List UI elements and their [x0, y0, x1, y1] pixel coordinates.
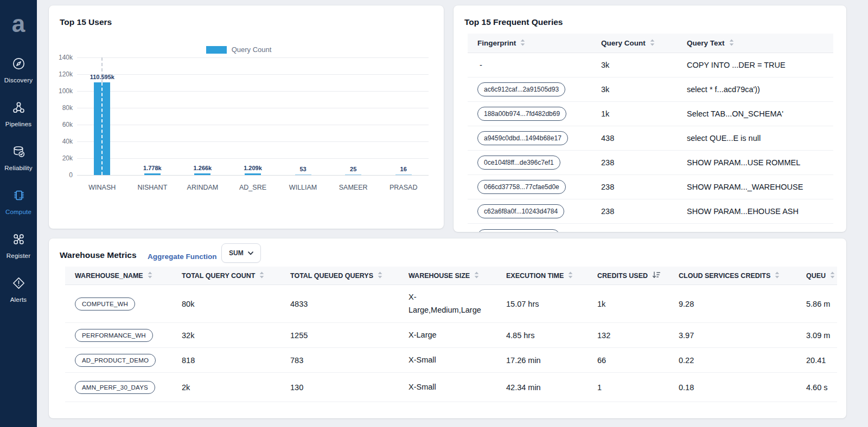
- queries-table: FingerprintQuery CountQuery Text -3kCOPY…: [468, 34, 833, 232]
- column-header[interactable]: Query Text: [677, 39, 833, 48]
- column-header[interactable]: TOTAL QUEUED QUERYS: [280, 271, 399, 280]
- sort-icon: [378, 271, 382, 280]
- query-count-bar-chart: 140k120k100k80k60k40k20k0110.595kWINASH1…: [49, 5, 444, 229]
- warehouse-name-pill[interactable]: COMPUTE_WH: [75, 297, 135, 310]
- grid-line: [77, 175, 429, 176]
- table-row: AD_PRODUCT_DEMO818783X-Small17.26 min660…: [65, 348, 837, 373]
- sidebar-item-label: Compute: [5, 209, 31, 215]
- column-header[interactable]: QUEU: [796, 271, 837, 280]
- warehouse-size-cell: X-Large: [399, 329, 496, 341]
- chevron-down-icon: [248, 249, 253, 257]
- x-axis-tick: SAMEER: [328, 184, 378, 191]
- cloud-services-credits-cell: 3.97: [669, 331, 796, 340]
- sort-icon: [520, 39, 525, 48]
- fingerprint-pill[interactable]: c62a6f8a0f...10243d4784: [477, 204, 564, 218]
- bar-value-label: 110.595k: [78, 74, 126, 80]
- column-header[interactable]: Fingerprint: [468, 39, 591, 48]
- sidebar-item-compute[interactable]: Compute: [0, 179, 37, 223]
- y-axis-tick: 20k: [49, 154, 73, 162]
- pipelines-icon: [11, 100, 26, 117]
- query-count-cell: 438: [591, 134, 677, 143]
- column-header-label: Query Text: [687, 39, 725, 47]
- queued-cell: 3.09 m: [796, 331, 837, 340]
- queries-card-title: Top 15 Frequent Queries: [464, 17, 563, 27]
- grid-line: [77, 57, 429, 58]
- fingerprint-pill[interactable]: 066cd37758...77cfae5d0e: [477, 180, 566, 194]
- sidebar: a Discovery Pipelines R: [0, 0, 37, 427]
- compass-icon: [11, 56, 26, 73]
- cloud-services-credits-cell: 9.28: [669, 300, 796, 308]
- warehouse-size-cell: X-Small: [399, 354, 496, 366]
- credits-used-cell: 132: [588, 331, 669, 340]
- x-axis-tick: WINASH: [77, 184, 127, 191]
- x-axis-tick: AD_SRE: [228, 184, 278, 191]
- fingerprint-empty: -: [477, 61, 482, 69]
- bar-value-label: 1.778k: [128, 165, 177, 171]
- credits-used-cell: 1: [588, 383, 669, 392]
- app-logo[interactable]: a: [0, 0, 37, 48]
- sort-icon: [830, 271, 835, 280]
- chip-icon: [11, 188, 26, 205]
- column-header-label: WAREHOUSE SIZE: [409, 272, 470, 280]
- fingerprint-pill[interactable]: 188a00b974...7fd482db69: [477, 107, 566, 121]
- sidebar-item-pipelines[interactable]: Pipelines: [0, 92, 37, 135]
- frequent-queries-card: Top 15 Frequent Queries FingerprintQuery…: [454, 5, 846, 232]
- credits-used-cell: 66: [588, 356, 669, 365]
- fingerprint-cell: -: [468, 61, 591, 69]
- total-query-count-cell: 2k: [172, 383, 280, 392]
- column-header-label: TOTAL QUERY COUNT: [182, 272, 255, 280]
- fingerprint-cell: [468, 224, 591, 232]
- fingerprint-pill[interactable]: a9459c0dbd...1494b68e17: [477, 131, 568, 145]
- y-axis-tick: 100k: [49, 87, 73, 95]
- fingerprint-cell: 066cd37758...77cfae5d0e: [468, 180, 591, 194]
- table-row: 0ce104f8ff...de396c7ef1238SHOW PARAM...U…: [468, 151, 833, 175]
- sidebar-item-reliability[interactable]: Reliability: [0, 135, 37, 179]
- column-header-label: WAREHOUSE_NAME: [75, 272, 143, 280]
- sidebar-item-register[interactable]: Register: [0, 223, 37, 267]
- chart-bar-sameer[interactable]: [345, 174, 361, 175]
- sort-icon: [474, 271, 479, 280]
- column-header-label: Fingerprint: [477, 39, 516, 47]
- query-text-cell: SHOW PARAM..._WAREHOUSE: [677, 183, 833, 191]
- warehouse-table-header: WAREHOUSE_NAMETOTAL QUERY COUNTTOTAL QUE…: [65, 267, 837, 285]
- warehouse-name-pill[interactable]: AMN_PERF_30_DAYS: [75, 381, 155, 394]
- query-text-cell: SHOW PARAM...EHOUSE ASH: [677, 207, 833, 216]
- fingerprint-pill[interactable]: [477, 229, 560, 232]
- column-header[interactable]: WAREHOUSE SIZE: [399, 271, 496, 280]
- aggregate-function-dropdown[interactable]: SUM: [221, 243, 261, 263]
- y-axis-tick: 0: [49, 171, 73, 179]
- sidebar-item-label: Register: [7, 253, 30, 259]
- column-header[interactable]: WAREHOUSE_NAME: [65, 271, 172, 280]
- warehouse-name-pill[interactable]: AD_PRODUCT_DEMO: [75, 354, 156, 367]
- sidebar-item-discovery[interactable]: Discovery: [0, 48, 37, 92]
- table-row-partial: [468, 224, 833, 232]
- warehouse-name-cell: PERFORMANCE_WH: [65, 329, 172, 342]
- column-header[interactable]: TOTAL QUERY COUNT: [172, 271, 280, 280]
- register-nodes-icon: [11, 232, 26, 249]
- column-header[interactable]: Query Count: [591, 39, 677, 48]
- warehouse-name-pill[interactable]: PERFORMANCE_WH: [75, 329, 153, 342]
- chart-bar-ad_sre[interactable]: [245, 173, 261, 175]
- table-row: -3kCOPY INTO ...DER = TRUE: [468, 53, 833, 77]
- sidebar-item-label: Reliability: [4, 165, 32, 171]
- chart-bar-william[interactable]: [295, 174, 311, 175]
- chart-bar-arindam[interactable]: [194, 173, 210, 175]
- column-header[interactable]: CLOUD SERVICES CREDITS: [669, 271, 796, 280]
- column-header[interactable]: EXECUTION TIME: [496, 271, 588, 280]
- fingerprint-cell: 188a00b974...7fd482db69: [468, 107, 591, 121]
- execution-time-cell: 42.34 min: [496, 383, 588, 392]
- sidebar-item-alerts[interactable]: Alerts: [0, 267, 37, 311]
- y-axis-tick: 60k: [49, 121, 73, 128]
- column-header[interactable]: CREDITS USED: [588, 271, 669, 280]
- query-count-cell: 238: [591, 183, 677, 191]
- query-text-cell: select * f...acd79ca')): [677, 85, 833, 94]
- chart-bar-nishant[interactable]: [144, 173, 161, 175]
- table-row: c62a6f8a0f...10243d4784238SHOW PARAM...E…: [468, 199, 833, 224]
- fingerprint-pill[interactable]: ac6c912caf...2a91505d93: [477, 82, 565, 96]
- fingerprint-cell: ac6c912caf...2a91505d93: [468, 82, 591, 96]
- fingerprint-pill[interactable]: 0ce104f8ff...de396c7ef1: [477, 156, 560, 170]
- cloud-services-credits-cell: 0.22: [669, 356, 796, 365]
- column-header-label: QUEU: [806, 272, 826, 280]
- query-count-cell: 238: [591, 158, 677, 167]
- chart-bar-prasad[interactable]: [395, 174, 412, 175]
